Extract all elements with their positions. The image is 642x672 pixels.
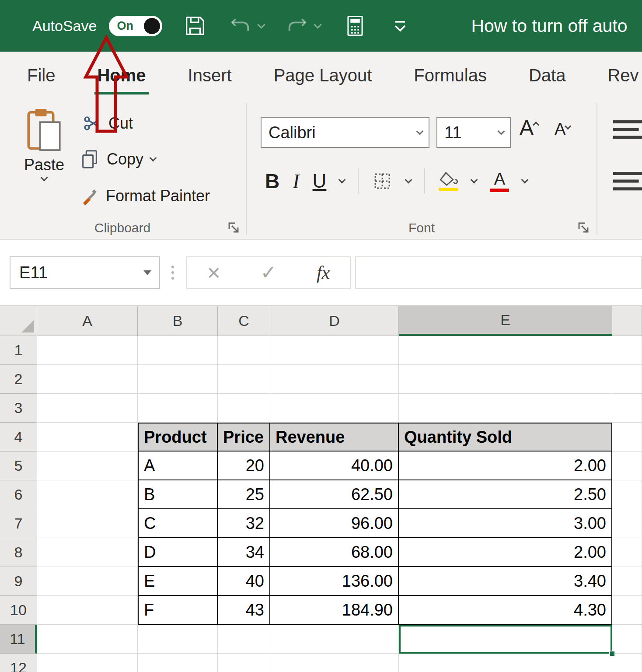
column-header-partial[interactable] — [612, 306, 642, 336]
underline-dropdown-icon[interactable] — [338, 176, 346, 184]
cell-E12[interactable] — [399, 654, 612, 672]
cell-A8[interactable] — [37, 538, 138, 567]
row-header-3[interactable]: 3 — [0, 394, 37, 423]
cell-D6[interactable]: 62.50 — [270, 480, 399, 509]
tab-page-layout[interactable]: Page Layout — [253, 52, 393, 99]
paste-button[interactable]: Paste — [16, 107, 73, 182]
cell-A9[interactable] — [37, 567, 138, 596]
underline-button[interactable]: U — [313, 170, 327, 192]
cell-D10[interactable]: 184.90 — [270, 596, 399, 625]
cell-D11[interactable] — [270, 625, 399, 654]
cell-A12[interactable] — [37, 654, 138, 672]
cell-E8[interactable]: 2.00 — [399, 538, 612, 567]
fill-color-button[interactable] — [438, 172, 458, 191]
cell-F2[interactable] — [612, 365, 642, 394]
cell-C10[interactable]: 43 — [218, 596, 270, 625]
cell-B7[interactable]: C — [138, 509, 218, 538]
cell-C8[interactable]: 34 — [218, 538, 270, 567]
fill-handle[interactable] — [609, 651, 615, 657]
cell-E6[interactable]: 2.50 — [399, 480, 612, 509]
cell-E2[interactable] — [399, 365, 612, 394]
cell-C9[interactable]: 40 — [218, 567, 270, 596]
column-header-B[interactable]: B — [138, 306, 218, 336]
row-header-2[interactable]: 2 — [0, 365, 37, 394]
cell-A11[interactable] — [37, 625, 138, 654]
cell-F12[interactable] — [612, 654, 642, 672]
cell-B5[interactable]: A — [138, 452, 218, 480]
cell-F3[interactable] — [612, 394, 642, 423]
cell-B6[interactable]: B — [138, 480, 218, 509]
cell-B8[interactable]: D — [138, 538, 218, 567]
cell-F9[interactable] — [612, 567, 642, 596]
cell-D8[interactable]: 68.00 — [270, 538, 399, 567]
cell-C7[interactable]: 32 — [218, 509, 270, 538]
cell-E11[interactable] — [399, 625, 612, 654]
font-size-select[interactable]: 11 — [436, 117, 511, 148]
row-header-11[interactable]: 11 — [0, 625, 37, 654]
cell-E9[interactable]: 3.40 — [399, 567, 612, 596]
name-box-dropdown-icon[interactable] — [143, 270, 151, 275]
cell-A10[interactable] — [37, 596, 138, 625]
cell-D3[interactable] — [270, 394, 399, 423]
cut-button[interactable]: Cut — [82, 110, 133, 136]
cell-D1[interactable] — [270, 336, 399, 365]
column-header-E[interactable]: E — [399, 306, 612, 336]
align-middle-icon[interactable] — [611, 170, 642, 194]
tab-file[interactable]: File — [6, 52, 76, 99]
undo-dropdown-icon[interactable] — [258, 21, 265, 28]
cell-A6[interactable] — [37, 480, 138, 509]
cell-A5[interactable] — [37, 452, 138, 480]
borders-icon[interactable] — [372, 171, 393, 192]
cell-E3[interactable] — [399, 394, 612, 423]
cell-B3[interactable] — [138, 394, 218, 423]
cell-B10[interactable]: F — [138, 596, 218, 625]
copy-button[interactable]: Copy — [80, 146, 156, 172]
cell-A3[interactable] — [37, 394, 138, 423]
cell-D2[interactable] — [270, 365, 399, 394]
cell-F7[interactable] — [612, 509, 642, 538]
cell-B11[interactable] — [138, 625, 218, 654]
enter-icon[interactable]: ✓ — [261, 263, 277, 282]
row-header-5[interactable]: 5 — [0, 452, 37, 480]
paste-dropdown-icon[interactable] — [41, 174, 48, 182]
cell-C5[interactable]: 20 — [218, 452, 270, 480]
tab-review[interactable]: Rev — [586, 52, 642, 99]
font-color-dropdown-icon[interactable] — [521, 176, 529, 184]
cell-E10[interactable]: 4.30 — [399, 596, 612, 625]
copy-dropdown-icon[interactable] — [150, 154, 157, 162]
undo-button[interactable] — [229, 16, 264, 36]
cell-B1[interactable] — [138, 336, 218, 365]
autosave-toggle[interactable]: On — [109, 16, 162, 36]
name-box[interactable]: E11 — [10, 256, 160, 289]
cell-D12[interactable] — [270, 654, 399, 672]
font-size-dropdown-icon[interactable] — [498, 128, 505, 135]
bold-button[interactable]: B — [265, 169, 279, 193]
cell-A2[interactable] — [37, 365, 138, 394]
row-header-7[interactable]: 7 — [0, 509, 37, 538]
row-header-10[interactable]: 10 — [0, 596, 37, 625]
clipboard-dialog-launcher-icon[interactable] — [227, 220, 241, 234]
row-header-4[interactable]: 4 — [0, 423, 37, 452]
cell-B9[interactable]: E — [138, 567, 218, 596]
borders-dropdown-icon[interactable] — [405, 176, 412, 184]
fill-color-dropdown-icon[interactable] — [471, 176, 478, 184]
align-top-icon[interactable] — [611, 118, 642, 143]
cell-B2[interactable] — [138, 365, 218, 394]
font-name-dropdown-icon[interactable] — [416, 128, 424, 135]
font-color-button[interactable]: A — [490, 171, 509, 192]
cell-D4[interactable]: Revenue — [270, 423, 399, 452]
cell-C11[interactable] — [218, 625, 270, 654]
cell-D5[interactable]: 40.00 — [270, 452, 399, 480]
redo-dropdown-icon[interactable] — [314, 21, 322, 28]
font-dialog-launcher-icon[interactable] — [576, 220, 590, 234]
cell-E1[interactable] — [399, 336, 612, 365]
tab-insert[interactable]: Insert — [167, 52, 253, 99]
cell-B4[interactable]: Product — [138, 423, 218, 452]
cell-C3[interactable] — [218, 394, 270, 423]
cell-E7[interactable]: 3.00 — [399, 509, 612, 538]
ribbon-options-chevron-icon[interactable] — [391, 16, 410, 35]
row-header-8[interactable]: 8 — [0, 538, 37, 567]
cell-F5[interactable] — [612, 452, 642, 480]
cell-E4[interactable]: Quantity Sold — [399, 423, 612, 452]
cell-D7[interactable]: 96.00 — [270, 509, 399, 538]
